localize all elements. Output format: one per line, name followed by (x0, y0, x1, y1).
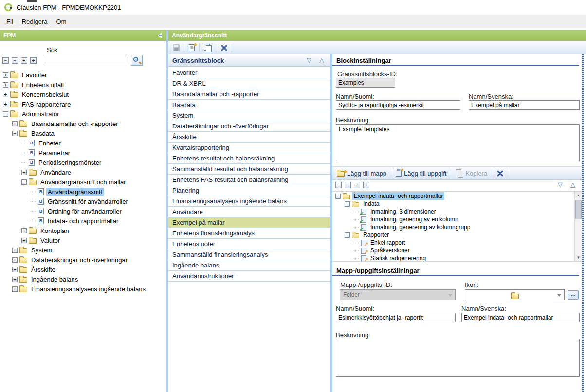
copy-block-button[interactable] (203, 43, 212, 53)
collapse-toggle-icon[interactable]: − (3, 111, 8, 117)
tree-item[interactable]: +Enhetens utfall (0, 80, 166, 89)
expand-toggle-icon[interactable]: + (3, 92, 8, 97)
list-item[interactable]: Basindatamallar och -rapporter (168, 89, 330, 100)
tree-item[interactable]: Indata- och rapportmallar (0, 216, 166, 226)
list-item[interactable]: Basdata (168, 100, 330, 110)
tree-item[interactable]: +Årsskifte (0, 265, 166, 274)
list-item[interactable]: Ingående balans (168, 260, 330, 271)
tree-item[interactable]: Periodiseringsmönster (0, 158, 166, 167)
expand-toggle-icon[interactable]: + (12, 277, 18, 282)
folder-name-fi-field[interactable] (336, 313, 456, 322)
tree-item[interactable]: +Kontoplan (0, 226, 166, 235)
delete-task-button[interactable] (495, 169, 504, 178)
list-item[interactable]: Favoriter (168, 68, 330, 78)
scrollbar-thumb[interactable] (575, 200, 582, 219)
expand-toggle-icon[interactable]: + (3, 102, 8, 107)
tree-item[interactable]: Enkel rapport (332, 239, 574, 247)
search-input[interactable] (43, 55, 128, 65)
list-item[interactable]: System (168, 110, 330, 121)
block-name-fi-field[interactable] (336, 100, 460, 110)
new-block-button[interactable] (188, 43, 196, 52)
list-item[interactable]: Enhetens finansieringsanalys (168, 228, 330, 239)
sort-ascending-icon[interactable]: △ (570, 181, 575, 189)
collapse-panel-arrow-icon[interactable] (158, 33, 162, 38)
folder-description-field[interactable] (336, 339, 580, 377)
block-description-field[interactable]: Example Templates (336, 124, 580, 161)
expand-toggle-icon[interactable]: + (12, 121, 18, 126)
tree-item[interactable]: +System (0, 245, 166, 255)
list-item[interactable]: Databeräkningar och -överföringar (168, 121, 330, 132)
scroll-down-icon[interactable]: ▼ (575, 254, 582, 261)
tree-item[interactable]: Parametrar (0, 148, 166, 158)
list-item[interactable]: Enhetens resultat och balansräkning (168, 153, 330, 164)
expand-toggle-icon[interactable]: + (21, 228, 27, 233)
list-item[interactable]: Kvartalsrapportering (168, 143, 330, 153)
list-item[interactable]: Årsskifte (168, 132, 330, 143)
add-folder-button[interactable]: Lägg till mapp (336, 169, 387, 178)
sort-descending-icon[interactable]: ▽ (307, 56, 311, 64)
icon-select[interactable] (465, 289, 565, 300)
scroll-up-icon[interactable]: ▲ (575, 192, 582, 199)
delete-block-button[interactable] (220, 43, 228, 52)
tree-item[interactable]: Ordning för användarroller (0, 206, 166, 216)
expand-toggle-icon[interactable]: + (3, 72, 8, 78)
collapse-toggle-icon[interactable]: − (335, 194, 341, 199)
tree-item[interactable]: −Användargränssnitt och mallar (0, 177, 166, 187)
block-name-sv-field[interactable] (469, 100, 580, 110)
tree-item[interactable]: Enheter (0, 138, 166, 148)
collapse-all-icon[interactable]: − (335, 182, 342, 188)
expand-toggle-icon[interactable]: + (21, 238, 27, 243)
expand-toggle-icon[interactable]: + (12, 257, 18, 263)
expand-icon[interactable]: + (354, 182, 360, 188)
scrollbar[interactable]: ▲ ▼ (574, 192, 582, 261)
tree-item[interactable]: +Databeräkningar och -överföringar (0, 255, 166, 265)
tree-item[interactable]: −Basdata (0, 128, 166, 138)
expand-all-icon[interactable]: + (30, 57, 37, 64)
menu-item-redigera[interactable]: Redigera (18, 16, 52, 27)
folder-name-sv-field[interactable] (461, 313, 580, 322)
tree-item[interactable]: −Indata (332, 200, 574, 208)
collapse-toggle-icon[interactable]: − (345, 201, 350, 207)
tree-item[interactable]: +FAS-rapporterare (0, 99, 166, 109)
collapse-toggle-icon[interactable]: − (12, 131, 18, 136)
expand-toggle-icon[interactable]: + (12, 286, 18, 292)
add-task-button[interactable]: Lägg till uppgift (395, 169, 447, 178)
list-item[interactable]: Användare (168, 207, 330, 217)
tree-item[interactable]: +Favoriter (0, 70, 166, 80)
save-button[interactable] (172, 43, 181, 52)
expand-toggle-icon[interactable]: + (21, 170, 27, 175)
tree-item[interactable]: +Basindatamallar och -rapporter (0, 119, 166, 128)
tree-item[interactable]: +Användare (0, 167, 166, 177)
browse-icon-button[interactable]: ... (568, 290, 579, 300)
sort-ascending-icon[interactable]: △ (319, 56, 324, 64)
tree-item[interactable]: −Administratör (0, 109, 166, 119)
search-button[interactable] (131, 55, 143, 66)
list-item[interactable]: Exempel på mallar (168, 217, 330, 228)
tree-item[interactable]: +Ingående balans (0, 274, 166, 284)
menu-item-fil[interactable]: Fil (2, 16, 18, 27)
expand-toggle-icon[interactable]: + (3, 82, 8, 88)
expand-all-icon[interactable]: + (363, 182, 369, 188)
list-item[interactable]: DR & XBRL (168, 78, 330, 89)
tree-item[interactable]: Gränssnitt för användarroller (0, 196, 166, 206)
tree-item[interactable]: Språkversioner (332, 247, 574, 254)
collapse-icon[interactable]: − (345, 182, 351, 188)
tree-item[interactable]: Användargränssnitt (0, 187, 166, 196)
list-item[interactable]: Enhetens FAS resultat och balansräkning (168, 175, 330, 185)
expand-toggle-icon[interactable]: + (12, 267, 18, 272)
expand-icon[interactable]: + (21, 57, 27, 64)
collapse-icon[interactable]: − (12, 57, 18, 64)
collapse-all-icon[interactable]: − (2, 57, 9, 64)
tree-item[interactable]: Inmatning, 3 dimensioner (332, 208, 574, 215)
tree-item[interactable]: Inmatning, genering av en kolumn (332, 215, 574, 223)
collapse-toggle-icon[interactable]: − (345, 232, 350, 238)
tree-item[interactable]: −Exempel indata- och rapportmallar (332, 192, 574, 200)
list-item[interactable]: Sammanställd finansieringsanalys (168, 249, 330, 260)
copy-task-button[interactable]: Kopiera (455, 168, 488, 178)
tree-item[interactable]: +Valutor (0, 235, 166, 245)
tree-item[interactable]: Statisk radgenerering (332, 254, 574, 262)
expand-toggle-icon[interactable]: + (12, 248, 18, 253)
tree-item[interactable]: −Rapporter (332, 231, 574, 239)
menu-item-om[interactable]: Om (52, 16, 71, 27)
list-item[interactable]: Finansieringsanalysens ingående balans (168, 196, 330, 207)
